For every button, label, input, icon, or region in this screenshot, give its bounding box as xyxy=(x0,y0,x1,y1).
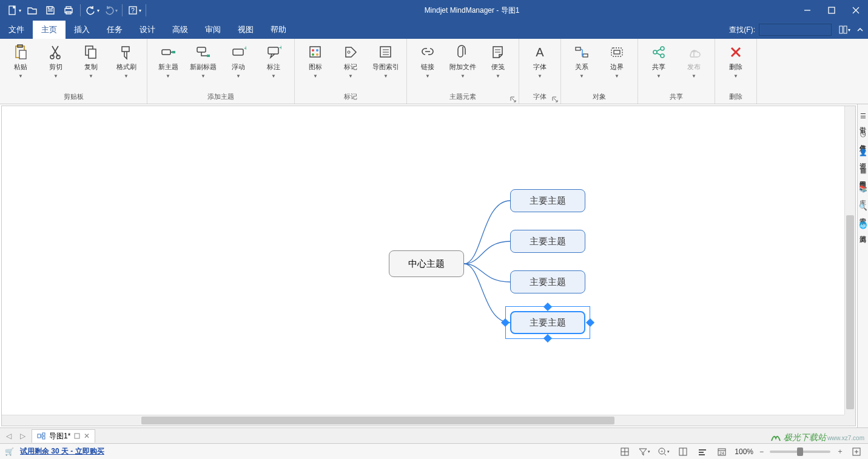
ribbon-group-2: 图标▼标记▼导图索引▼标记 xyxy=(295,39,407,104)
tab-next-button[interactable]: ▷ xyxy=(18,432,28,440)
paste-icon xyxy=(12,44,29,61)
svg-point-32 xyxy=(316,53,318,56)
view-gantt-button[interactable] xyxy=(696,446,709,458)
copy-button[interactable]: 复制▼ xyxy=(76,41,106,90)
delete-button[interactable]: 删除▼ xyxy=(721,41,750,90)
zoom-fit-button[interactable]: +▾ xyxy=(657,446,670,458)
horizontal-scrollbar[interactable] xyxy=(2,415,844,426)
tab-restore-icon[interactable] xyxy=(74,433,80,439)
tag-button[interactable]: 标记▼ xyxy=(336,41,365,90)
document-tab[interactable]: 导图1* ✕ xyxy=(32,429,95,443)
undo-button[interactable]: ▾ xyxy=(83,1,101,19)
side-tab-0[interactable]: ☰索引 xyxy=(858,108,867,125)
zoom-in-button[interactable]: ＋ xyxy=(836,446,844,457)
menu-task[interactable]: 任务 xyxy=(98,21,131,39)
dialog-launcher[interactable] xyxy=(551,95,559,102)
zoom-slider[interactable] xyxy=(770,451,830,453)
paste-button[interactable]: 粘贴▼ xyxy=(6,41,35,90)
index-button[interactable]: 导图索引▼ xyxy=(371,41,400,90)
relationship-button[interactable]: 关系▼ xyxy=(567,41,596,90)
main-topic-1[interactable]: 主要主题 xyxy=(510,189,585,212)
font-button[interactable]: A字体▼ xyxy=(525,41,554,90)
svg-rect-42 xyxy=(583,54,588,57)
redo-button[interactable]: ▾ xyxy=(101,1,119,19)
boundary-button[interactable]: 边界▼ xyxy=(602,41,631,90)
menu-help[interactable]: 帮助 xyxy=(262,21,295,39)
main-topic-2[interactable]: 主要主题 xyxy=(510,230,585,253)
center-topic[interactable]: 中心主题 xyxy=(389,250,464,277)
cut-button[interactable]: 剪切▼ xyxy=(41,41,70,90)
menu-file[interactable]: 文件 xyxy=(0,21,33,39)
main-topic-3[interactable]: 主要主题 xyxy=(510,270,585,293)
callout-button[interactable]: +标注▼ xyxy=(259,41,288,90)
collapse-ribbon-button[interactable] xyxy=(852,21,868,39)
side-tab-5[interactable]: 🔍搜索 xyxy=(858,199,867,216)
format-painter-button[interactable]: 格式刷▼ xyxy=(112,41,141,90)
view-map-button[interactable] xyxy=(618,446,631,458)
svg-point-30 xyxy=(316,49,318,52)
selection-handle-top[interactable] xyxy=(543,303,552,311)
svg-rect-22 xyxy=(197,47,206,52)
ribbon-btn-label: 导图索引 xyxy=(372,63,399,71)
attach-icon xyxy=(454,44,471,61)
link-button[interactable]: 链接▼ xyxy=(413,41,442,90)
menu-advanced[interactable]: 高级 xyxy=(164,21,197,39)
find-input[interactable] xyxy=(759,24,832,36)
selection-handle-right[interactable] xyxy=(586,318,594,327)
tag-icon xyxy=(342,44,359,61)
mindmap-canvas[interactable]: 中心主题 主要主题 主要主题 主要主题 主要主题 xyxy=(2,106,855,426)
fit-window-button[interactable] xyxy=(850,446,863,458)
link-icon xyxy=(419,44,436,61)
ribbon-group-5: 关系▼边界▼对象 xyxy=(561,39,638,104)
resource-side-icon: 👤 xyxy=(859,148,867,156)
close-button[interactable] xyxy=(844,0,868,21)
main-topic-4[interactable]: 主要主题 xyxy=(510,311,585,334)
svg-rect-19 xyxy=(162,50,170,55)
zoom-out-button[interactable]: − xyxy=(759,447,764,456)
menu-view[interactable]: 视图 xyxy=(229,21,262,39)
side-tab-3[interactable]: ▦导图组件 xyxy=(858,162,867,179)
svg-text:+: + xyxy=(279,44,281,51)
minimize-button[interactable] xyxy=(795,0,819,21)
print-button[interactable] xyxy=(59,1,78,19)
vertical-scrollbar[interactable] xyxy=(844,106,855,415)
save-button[interactable] xyxy=(41,1,59,19)
taskpane-toggle-button[interactable]: ▾ xyxy=(836,21,852,39)
tab-prev-button[interactable]: ◁ xyxy=(4,432,14,440)
new-subtopic-button[interactable]: 新副标题▼ xyxy=(189,41,218,90)
tab-close-button[interactable]: ✕ xyxy=(84,432,90,440)
attach-button[interactable]: 附加文件▼ xyxy=(448,41,477,90)
markers-button[interactable]: 图标▼ xyxy=(301,41,330,90)
side-tab-2[interactable]: 👤资源 xyxy=(858,144,867,161)
share-button[interactable]: 共享▼ xyxy=(644,41,673,90)
side-tab-6[interactable]: 🌐浏览器 xyxy=(858,217,867,234)
new-file-button[interactable]: ▾ xyxy=(5,1,23,19)
help-button[interactable]: ?▾ xyxy=(125,1,143,19)
publish-button[interactable]: 发布▼ xyxy=(679,41,708,90)
filter-button[interactable]: ▾ xyxy=(638,446,651,458)
floating-button[interactable]: +浮动▼ xyxy=(224,41,253,90)
dropdown-icon: ▼ xyxy=(53,73,58,79)
menu-insert[interactable]: 插入 xyxy=(66,21,98,39)
dropdown-icon: ▼ xyxy=(691,73,696,79)
ribbon-group-7: 删除▼删除 xyxy=(715,39,757,104)
maximize-button[interactable] xyxy=(819,0,844,21)
selection-handle-bottom[interactable] xyxy=(543,334,552,343)
menu-design[interactable]: 设计 xyxy=(131,21,164,39)
trial-link[interactable]: 试用剩余 30 天 - 立即购买 xyxy=(20,446,104,457)
ribbon-btn-label: 链接 xyxy=(421,63,434,71)
dialog-launcher[interactable] xyxy=(510,95,517,102)
side-tab-4[interactable]: 📚库 xyxy=(858,181,867,198)
view-schedule-button[interactable]: 24 xyxy=(715,446,728,458)
note-button[interactable]: 便笺▼ xyxy=(483,41,513,90)
view-outline-button[interactable] xyxy=(676,446,690,458)
dropdown-icon: ▼ xyxy=(201,73,206,79)
ribbon-btn-label: 关系 xyxy=(575,63,588,71)
side-tab-1[interactable]: ◷任务信息 xyxy=(858,126,867,143)
menu-home[interactable]: 主页 xyxy=(33,21,66,39)
open-file-button[interactable] xyxy=(23,1,41,19)
ribbon-group-3: 链接▼附加文件▼便笺▼主题元素 xyxy=(407,39,519,104)
new-topic-button[interactable]: 新主题▼ xyxy=(153,41,183,90)
dropdown-icon: ▼ xyxy=(496,73,500,79)
menu-review[interactable]: 审阅 xyxy=(197,21,229,39)
